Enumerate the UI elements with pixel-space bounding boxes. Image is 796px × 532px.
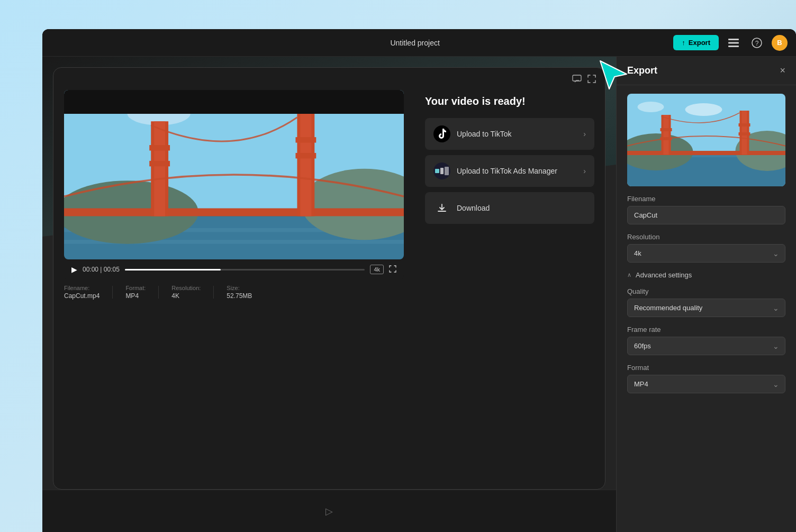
fullscreen-button[interactable] bbox=[389, 265, 396, 274]
format-select[interactable]: MP4 bbox=[627, 375, 785, 393]
svg-text:?: ? bbox=[755, 40, 759, 47]
layers-icon bbox=[728, 39, 739, 47]
close-export-panel-button[interactable]: × bbox=[780, 65, 785, 76]
filename-group: Filename bbox=[627, 195, 785, 224]
export-panel: Export × bbox=[616, 57, 796, 532]
format-select-wrapper: MP4 bbox=[627, 375, 785, 393]
layers-icon-btn[interactable] bbox=[725, 34, 742, 51]
chevron-right-icon-2: › bbox=[583, 167, 586, 175]
svg-rect-39 bbox=[739, 123, 750, 127]
resolution-info: Resolution: 4K bbox=[171, 285, 201, 300]
progress-fill bbox=[125, 269, 221, 270]
size-info: Size: 52.75MB bbox=[227, 285, 252, 300]
panel-preview bbox=[627, 94, 785, 186]
svg-rect-15 bbox=[64, 208, 404, 216]
quality-group: Quality Recommended quality bbox=[627, 287, 785, 317]
tiktok-ads-icon bbox=[433, 163, 450, 179]
comment-icon bbox=[572, 75, 582, 83]
framerate-group: Frame rate 60fps bbox=[627, 326, 785, 355]
editor-area: ▶ 00:00 | 00:05 4k bbox=[42, 57, 616, 532]
svg-rect-21 bbox=[149, 161, 170, 166]
svg-point-41 bbox=[685, 103, 722, 116]
help-icon: ? bbox=[752, 38, 762, 48]
download-button[interactable]: Download bbox=[425, 192, 594, 224]
modal-body: ▶ 00:00 | 00:05 4k bbox=[53, 90, 605, 489]
svg-rect-20 bbox=[149, 145, 170, 150]
svg-rect-2 bbox=[728, 46, 739, 47]
quality-label: Quality bbox=[627, 287, 785, 295]
filename-label: Filename bbox=[627, 195, 785, 203]
bridge-scene-svg bbox=[64, 90, 404, 259]
top-bar: Untitled project ↑ Export ? B bbox=[42, 29, 796, 57]
comment-icon-btn[interactable] bbox=[572, 74, 582, 86]
format-group: Format MP4 bbox=[627, 364, 785, 393]
format-info: Format: MP4 bbox=[125, 285, 146, 300]
framerate-select[interactable]: 60fps bbox=[627, 337, 785, 355]
chevron-right-icon-1: › bbox=[583, 130, 586, 138]
resolution-label: Resolution bbox=[627, 233, 785, 241]
svg-point-42 bbox=[638, 102, 664, 112]
quality-select[interactable]: Recommended quality bbox=[627, 299, 785, 317]
filename-info: Filename: CapCut.mp4 bbox=[64, 285, 100, 300]
svg-rect-19 bbox=[300, 113, 311, 216]
advanced-settings-toggle[interactable]: ∧ Advanced settings bbox=[627, 271, 692, 279]
svg-rect-0 bbox=[728, 39, 739, 40]
quality-select-wrapper: Recommended quality bbox=[627, 299, 785, 317]
svg-rect-1 bbox=[728, 42, 739, 43]
upload-tiktok-button[interactable]: Upload to TikTok › bbox=[425, 118, 594, 150]
framerate-select-wrapper: 60fps bbox=[627, 337, 785, 355]
quality-badge: 4k bbox=[370, 265, 384, 274]
video-ready-title: Your video is ready! bbox=[425, 95, 594, 107]
export-upload-icon: ↑ bbox=[682, 39, 685, 47]
modal-toolbar bbox=[53, 68, 605, 90]
export-panel-header: Export × bbox=[617, 57, 796, 85]
toggle-chevron-icon: ∧ bbox=[627, 272, 631, 278]
resolution-select-wrapper: 4k bbox=[627, 244, 785, 263]
timeline-area: ▷ bbox=[42, 490, 616, 532]
help-icon-btn[interactable]: ? bbox=[748, 34, 765, 51]
project-title: Untitled project bbox=[390, 39, 439, 47]
resolution-group: Resolution 4k bbox=[627, 233, 785, 263]
video-controls: ▶ 00:00 | 00:05 4k bbox=[64, 259, 404, 279]
timeline-play-icon: ▷ bbox=[325, 506, 333, 517]
current-time: 00:00 | 00:05 bbox=[83, 266, 120, 273]
export-button[interactable]: ↑ Export bbox=[673, 35, 719, 50]
separator-2 bbox=[158, 286, 159, 299]
actions-section: Your video is ready! Upload to TikTok bbox=[425, 90, 594, 479]
svg-rect-32 bbox=[627, 151, 785, 155]
top-bar-actions: ↑ Export ? B bbox=[673, 34, 788, 51]
separator-3 bbox=[213, 286, 214, 299]
file-info: Filename: CapCut.mp4 Format: MP4 Resolut… bbox=[64, 279, 404, 300]
resolution-select[interactable]: 4k bbox=[627, 244, 785, 263]
panel-form: Filename Resolution 4k ∧ Advanced settin… bbox=[617, 195, 796, 402]
play-button[interactable]: ▶ bbox=[71, 265, 77, 274]
filename-input[interactable] bbox=[627, 206, 785, 224]
export-modal: ▶ 00:00 | 00:05 4k bbox=[53, 67, 605, 490]
framerate-label: Frame rate bbox=[627, 326, 785, 333]
user-avatar[interactable]: B bbox=[772, 35, 788, 51]
svg-rect-22 bbox=[295, 137, 316, 142]
video-preview bbox=[64, 90, 404, 259]
export-panel-title: Export bbox=[627, 65, 657, 76]
format-label: Format bbox=[627, 364, 785, 372]
panel-bridge-svg bbox=[627, 94, 785, 186]
main-content: ▶ 00:00 | 00:05 4k bbox=[42, 57, 796, 532]
svg-rect-24 bbox=[435, 169, 439, 173]
expand-icon-btn[interactable] bbox=[587, 74, 596, 86]
expand-icon bbox=[587, 74, 596, 84]
svg-rect-35 bbox=[661, 128, 672, 131]
video-section: ▶ 00:00 | 00:05 4k bbox=[64, 90, 404, 479]
svg-rect-23 bbox=[295, 153, 316, 158]
tiktok-icon bbox=[433, 125, 450, 142]
svg-rect-17 bbox=[154, 121, 165, 216]
separator-1 bbox=[112, 286, 113, 299]
svg-rect-34 bbox=[664, 115, 669, 155]
upload-tiktok-ads-button[interactable]: Upload to TikTok Ads Manager › bbox=[425, 155, 594, 187]
progress-bar[interactable] bbox=[125, 269, 365, 270]
svg-rect-25 bbox=[440, 168, 444, 174]
fullscreen-icon bbox=[389, 265, 396, 273]
download-arrow-icon bbox=[437, 203, 447, 213]
download-icon bbox=[433, 200, 450, 217]
app-window: Untitled project ↑ Export ? B bbox=[42, 29, 796, 532]
svg-rect-26 bbox=[445, 167, 449, 175]
